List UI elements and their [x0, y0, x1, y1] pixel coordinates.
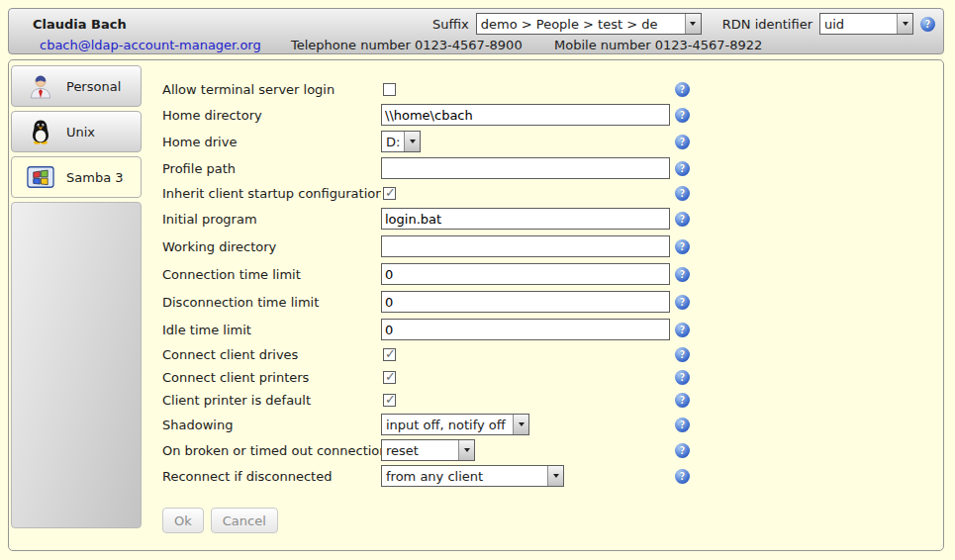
form-row-disconnection-time-limit: Disconnection time limit?: [162, 288, 726, 316]
client-printer-is-default-label: Client printer is default: [162, 393, 381, 408]
working-directory-control: [381, 235, 675, 257]
form-buttons: Ok Cancel: [162, 508, 726, 533]
help-icon[interactable]: ?: [675, 323, 690, 337]
rdn-select[interactable]: uid: [819, 13, 913, 35]
home-drive-select[interactable]: D:: [381, 131, 421, 152]
mobile-number: Mobile number 0123-4567-8922: [554, 38, 762, 52]
connection-time-limit-label: Connection time limit: [162, 267, 381, 282]
help-icon[interactable]: ?: [675, 295, 690, 310]
connect-client-drives-checkbox[interactable]: [383, 348, 396, 361]
form-row-home-drive: Home driveD:?: [162, 129, 726, 154]
help-icon[interactable]: ?: [675, 267, 690, 282]
shadowing-select-button[interactable]: [513, 415, 528, 434]
home-directory-control: [381, 104, 675, 126]
chevron-down-icon: [553, 474, 559, 478]
rdn-select-button[interactable]: [897, 14, 912, 34]
help-icon[interactable]: ?: [675, 393, 690, 408]
reconnect-if-disconnected-control: from any client: [381, 465, 675, 487]
samba-settings-form: Allow terminal server login?Home directo…: [162, 78, 726, 533]
idle-time-limit-control: [381, 319, 675, 340]
telephone-number: Telephone number 0123-4567-8900: [291, 38, 523, 52]
allow-terminal-server-login-checkbox[interactable]: [383, 83, 396, 96]
form-row-on-broken-or-timed-out-connection: On broken or timed out connectionreset?: [162, 437, 726, 463]
help-icon[interactable]: ?: [675, 418, 690, 432]
help-icon[interactable]: ?: [675, 370, 690, 385]
form-row-shadowing: Shadowinginput off, notify off?: [162, 412, 726, 437]
inherit-client-startup-configuration-label: Inherit client startup configuration: [162, 186, 381, 201]
help-icon[interactable]: ?: [675, 186, 690, 201]
allow-terminal-server-login-control: [381, 83, 675, 96]
windows-icon: [27, 163, 54, 191]
connect-client-drives-label: Connect client drives: [162, 347, 381, 362]
help-icon[interactable]: ?: [675, 108, 690, 123]
connection-time-limit-control: [381, 263, 675, 285]
chevron-down-icon: [690, 22, 696, 26]
working-directory-input[interactable]: [381, 235, 670, 257]
sidebar-tab-samba-3[interactable]: Samba 3: [11, 156, 142, 198]
cancel-button[interactable]: Cancel: [211, 508, 278, 533]
chevron-down-icon: [519, 422, 525, 426]
on-broken-or-timed-out-connection-select[interactable]: reset: [381, 439, 475, 461]
help-icon[interactable]: ?: [675, 161, 690, 176]
inherit-client-startup-configuration-control: [381, 187, 675, 200]
idle-time-limit-label: Idle time limit: [162, 323, 381, 337]
tab-label: Unix: [66, 125, 95, 140]
form-row-client-printer-is-default: Client printer is default?: [162, 389, 726, 412]
home-drive-select-button[interactable]: [404, 132, 420, 151]
form-row-profile-path: Profile path?: [162, 154, 726, 182]
form-row-reconnect-if-disconnected: Reconnect if disconnectedfrom any client…: [162, 463, 726, 489]
tab-label: Personal: [66, 79, 121, 94]
sidebar-filler: [11, 202, 142, 528]
ok-button[interactable]: Ok: [162, 508, 204, 533]
header-controls: Suffix demo > People > test > de RDN ide…: [432, 13, 935, 35]
home-drive-label: Home drive: [162, 135, 381, 149]
initial-program-control: [381, 208, 675, 230]
profile-path-control: [381, 157, 675, 179]
email-link[interactable]: cbach@ldap-account-manager.org: [40, 38, 261, 52]
connection-time-limit-input[interactable]: [381, 263, 670, 285]
form-row-home-directory: Home directory?: [162, 101, 726, 129]
initial-program-input[interactable]: [381, 208, 670, 230]
sidebar-tab-unix[interactable]: Unix: [11, 111, 142, 152]
help-icon[interactable]: ?: [675, 469, 690, 484]
shadowing-select-value: input off, notify off: [382, 415, 513, 434]
form-row-inherit-client-startup-configuration: Inherit client startup configuration?: [162, 182, 726, 205]
help-icon[interactable]: ?: [675, 347, 690, 362]
header-row-bottom: cbach@ldap-account-manager.org Telephone…: [9, 38, 943, 57]
working-directory-label: Working directory: [162, 239, 381, 254]
reconnect-if-disconnected-select-button[interactable]: [547, 466, 563, 486]
initial-program-label: Initial program: [162, 212, 381, 227]
help-icon[interactable]: ?: [675, 443, 690, 458]
account-content: Personal Unix Samba 3 Allow terminal ser…: [8, 59, 944, 551]
home-drive-select-value: D:: [382, 132, 404, 151]
profile-path-input[interactable]: [381, 157, 670, 179]
help-icon[interactable]: ?: [675, 212, 690, 227]
module-tabs-sidebar: Personal Unix Samba 3: [11, 65, 142, 528]
form-row-idle-time-limit: Idle time limit?: [162, 316, 726, 343]
home-directory-input[interactable]: [381, 104, 670, 126]
disconnection-time-limit-input[interactable]: [381, 291, 670, 313]
help-icon[interactable]: ?: [675, 82, 690, 97]
reconnect-if-disconnected-select[interactable]: from any client: [381, 465, 564, 487]
suffix-select[interactable]: demo > People > test > de: [476, 13, 702, 35]
inherit-client-startup-configuration-checkbox[interactable]: [383, 187, 396, 200]
tab-label: Samba 3: [66, 170, 124, 185]
connect-client-printers-label: Connect client printers: [162, 370, 381, 385]
profile-path-label: Profile path: [162, 161, 381, 176]
reconnect-if-disconnected-select-value: from any client: [382, 466, 547, 486]
on-broken-or-timed-out-connection-select-button[interactable]: [458, 440, 474, 460]
header-row-top: Claudia Bach Suffix demo > People > test…: [9, 12, 943, 36]
sidebar-tab-personal[interactable]: Personal: [11, 65, 142, 107]
help-icon[interactable]: ?: [920, 17, 935, 32]
help-icon[interactable]: ?: [675, 135, 690, 149]
suffix-select-button[interactable]: [685, 14, 701, 34]
form-row-allow-terminal-server-login: Allow terminal server login?: [162, 78, 726, 101]
client-printer-is-default-checkbox[interactable]: [383, 394, 396, 407]
rdn-label: RDN identifier: [722, 17, 812, 32]
connect-client-printers-checkbox[interactable]: [383, 371, 396, 384]
on-broken-or-timed-out-connection-select-value: reset: [382, 440, 458, 460]
on-broken-or-timed-out-connection-control: reset: [381, 439, 675, 461]
help-icon[interactable]: ?: [675, 239, 690, 254]
shadowing-select[interactable]: input off, notify off: [381, 414, 529, 435]
idle-time-limit-input[interactable]: [381, 319, 670, 340]
